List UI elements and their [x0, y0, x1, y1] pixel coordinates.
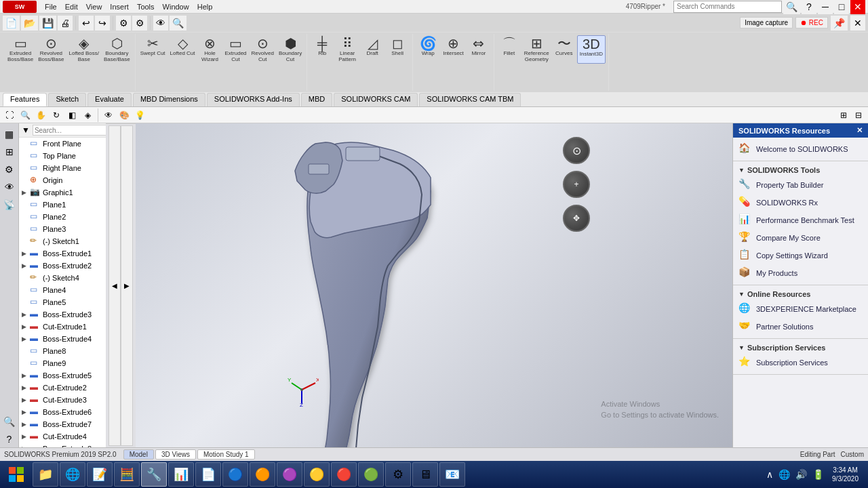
taskbar-excel[interactable]: 📊 [168, 462, 194, 487]
zoom-in-btn[interactable]: 🔍 [18, 109, 32, 121]
ft-plane1[interactable]: ▭ Plane1 [19, 199, 106, 211]
extruded-boss-btn[interactable]: ▭ ExtrudedBoss/Base [5, 35, 35, 64]
taskbar-solidworks[interactable]: 🔧 [141, 462, 167, 487]
right-sidebar-close[interactable]: ✕ [856, 126, 863, 135]
tab-mbd[interactable]: MBD [301, 93, 332, 106]
rs-subscription-item[interactable]: ⭐ Subscription Services [733, 354, 868, 371]
sidebar-icon-sensors[interactable]: 📡 [1, 197, 18, 213]
lofted-boss-btn[interactable]: ◈ Lofted Boss/Base [67, 35, 101, 64]
rebuild-button[interactable]: ⚙ [116, 16, 131, 30]
taskbar-app9[interactable]: 🟣 [277, 462, 302, 487]
tab-sw-cam[interactable]: SOLIDWORKS CAM [334, 93, 418, 106]
rs-online-header[interactable]: ▼ Online Resources [733, 288, 868, 300]
sidebar-icon-help[interactable]: ? [1, 431, 18, 447]
taskbar-notepad[interactable]: 📝 [87, 462, 113, 487]
ft-cut-extrude1[interactable]: ▶ ▬ Cut-Extrude1 [19, 321, 106, 333]
status-tab-3d-views[interactable]: 3D Views [155, 449, 196, 460]
rs-my-products[interactable]: 📦 My Products [733, 264, 868, 282]
ft-top-plane[interactable]: ▭ Top Plane [19, 150, 106, 162]
scroll-left-btn[interactable]: ◀ [108, 125, 121, 446]
linear-pattern-btn[interactable]: ⠿ LinearPattern [335, 35, 359, 64]
rs-partner-solutions[interactable]: 🤝 Partner Solutions [733, 318, 868, 336]
ft-boss-extrude8[interactable]: ▶ ▬ Boss-Extrude8 [19, 443, 106, 447]
open-button[interactable]: 📂 [21, 16, 38, 30]
redo-button[interactable]: ↪ [95, 16, 110, 30]
sidebar-icon-properties[interactable]: ⊞ [1, 144, 18, 160]
maximize-button[interactable]: □ [834, 0, 849, 14]
taskbar-calc[interactable]: 🧮 [114, 462, 140, 487]
close-panel-button[interactable]: ✕ [850, 16, 865, 30]
revolved-cut-btn[interactable]: ⊙ RevolvedCut [250, 35, 276, 64]
expand-btn[interactable]: ⊞ [837, 109, 850, 121]
taskbar-file-explorer[interactable]: 📁 [33, 462, 58, 487]
close-button[interactable]: ✕ [850, 0, 865, 14]
filter-input[interactable] [33, 125, 106, 136]
zoom-button[interactable]: 🔍 [170, 16, 186, 30]
nav-rotate-sphere[interactable]: ⊙ [563, 137, 590, 164]
rs-property-tab-builder[interactable]: 🔧 Property Tab Builder [733, 176, 868, 194]
menu-tools[interactable]: Tools [133, 1, 159, 12]
rs-sw-tools-header[interactable]: ▼ SOLIDWORKS Tools [733, 164, 868, 176]
taskbar-app13[interactable]: ⚙ [385, 462, 411, 487]
minimize-button[interactable]: ─ [818, 0, 833, 14]
sidebar-icon-search[interactable]: 🔍 [1, 413, 18, 430]
menu-help[interactable]: Help [193, 1, 217, 12]
save-button[interactable]: 💾 [39, 16, 56, 30]
instant3d-btn[interactable]: 3D Instant3D [577, 35, 606, 64]
tray-battery[interactable]: 🔋 [811, 469, 825, 480]
intersect-btn[interactable]: ⊕ Intersect [441, 35, 466, 58]
rec-button[interactable]: ⏺ REC [795, 17, 828, 28]
rs-3dexp-marketplace[interactable]: 🌐 3DEXPERIENCE Marketplace [733, 300, 868, 318]
tab-sw-addins[interactable]: SOLIDWORKS Add-Ins [207, 93, 300, 106]
print-button[interactable]: 🖨 [58, 16, 73, 30]
pin-button[interactable]: 📌 [831, 16, 848, 30]
nav-pan-sphere[interactable]: ✥ [563, 205, 590, 232]
undo-button[interactable]: ↩ [79, 16, 94, 30]
ft-cut-extrude3[interactable]: ▶ ▬ Cut-Extrude3 [19, 394, 106, 406]
boundary-cut-btn[interactable]: ⬢ BoundaryCut [277, 35, 304, 64]
options-button[interactable]: ⚙ [132, 16, 147, 30]
display-style-btn[interactable]: ◈ [81, 109, 94, 121]
hole-wizard-btn[interactable]: ⊗ HoleWizard [198, 35, 222, 64]
ft-plane4[interactable]: ▭ Plane4 [19, 284, 106, 296]
image-capture-button[interactable]: Image capture [740, 17, 793, 28]
rotate-btn[interactable]: ↻ [50, 109, 63, 121]
lofted-cut-btn[interactable]: ◇ Lofted Cut [168, 35, 197, 64]
status-tab-model[interactable]: Model [123, 449, 154, 460]
boundary-base-btn[interactable]: ⬡ BoundaryBase/Base [102, 35, 132, 64]
extruded-cut-btn[interactable]: ▭ ExtrudedCut [223, 35, 249, 64]
system-clock[interactable]: 3:34 AM 9/3/2020 [828, 466, 863, 483]
tray-network[interactable]: 🌐 [777, 469, 791, 480]
search-button[interactable]: 🔍 [783, 0, 800, 14]
ft-cut-extrude2[interactable]: ▶ ▬ Cut-Extrude2 [19, 382, 106, 394]
sidebar-icon-display[interactable]: 👁 [1, 179, 18, 195]
scene-btn[interactable]: 💡 [133, 109, 146, 121]
sidebar-icon-config[interactable]: ⚙ [1, 161, 18, 178]
ft-graphic1[interactable]: ▶ 📷 Graphic1 [19, 186, 106, 199]
taskbar-app12[interactable]: 🟢 [358, 462, 384, 487]
ft-boss-extrude5[interactable]: ▶ ▬ Boss-Extrude5 [19, 369, 106, 382]
ft-plane5[interactable]: ▭ Plane5 [19, 296, 106, 308]
tray-arrow[interactable]: ∧ [765, 469, 774, 480]
taskbar-browser[interactable]: 🌐 [60, 462, 85, 487]
mirror-btn[interactable]: ⇔ Mirror [467, 35, 491, 58]
ft-plane9[interactable]: ▭ Plane9 [19, 357, 106, 369]
rib-btn[interactable]: ╪ Rib [310, 35, 334, 64]
ft-plane2[interactable]: ▭ Plane2 [19, 211, 106, 223]
ft-front-plane[interactable]: ▭ Front Plane [19, 138, 106, 150]
taskbar-app14[interactable]: 🖥 [412, 462, 438, 487]
reference-geom-btn[interactable]: ⊞ ReferenceGeometry [522, 35, 551, 64]
taskbar-word[interactable]: 📄 [195, 462, 221, 487]
ft-sketch4[interactable]: ✏ (-) Sketch4 [19, 272, 106, 284]
feature-tree[interactable]: ▼ ▭ Front Plane ▭ Top Plane ▭ Ri [19, 123, 106, 447]
ft-boss-extrude3[interactable]: ▶ ▬ Boss-Extrude3 [19, 308, 106, 321]
rs-copy-settings[interactable]: 📋 Copy Settings Wizard [733, 247, 868, 264]
scroll-right-btn[interactable]: ▶ [121, 125, 133, 446]
menu-insert[interactable]: Insert [106, 1, 133, 12]
tab-sw-cam-tbm[interactable]: SOLIDWORKS CAM TBM [419, 93, 521, 106]
menu-window[interactable]: Window [159, 1, 193, 12]
tab-mbd-dimensions[interactable]: MBD Dimensions [133, 93, 205, 106]
ft-boss-extrude7[interactable]: ▶ ▬ Boss-Extrude7 [19, 418, 106, 430]
tab-features[interactable]: Features [3, 93, 47, 106]
swept-cut-btn[interactable]: ✂ Swept Cut [138, 35, 167, 64]
